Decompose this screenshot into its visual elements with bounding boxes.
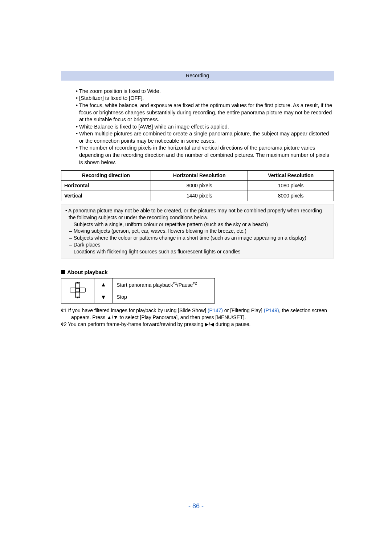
playback-desc: Stop xyxy=(113,291,215,304)
footnote-2: ¢2 You can perform frame-by-frame forwar… xyxy=(61,321,334,328)
caution-item: Locations with flickering light sources … xyxy=(65,248,330,255)
col-header: Recording direction xyxy=(61,171,151,181)
col-header: Vertical Resolution xyxy=(248,171,334,181)
note-item: When multiple pictures are combined to c… xyxy=(75,130,334,144)
cell-h-res: 1440 pixels xyxy=(151,191,248,201)
caution-item: Subjects where the colour or patterns ch… xyxy=(65,235,330,241)
resolution-table: Recording direction Horizontal Resolutio… xyxy=(61,170,334,201)
note-item: White Balance is fixed to [AWB] while an… xyxy=(75,123,334,131)
notes-list: The zoom position is fixed to Wide. [Sta… xyxy=(61,88,334,166)
footnote-text: ¢1 If you have filtered images for playb… xyxy=(61,307,208,313)
down-arrow-icon: ▼ xyxy=(94,291,113,304)
caution-box: A panorama picture may not be able to be… xyxy=(61,204,334,258)
dpad-icon xyxy=(69,281,86,299)
page-link[interactable]: (P149) xyxy=(264,307,279,313)
section-header-band: Recording xyxy=(61,71,334,81)
heading-text: About playback xyxy=(67,269,108,275)
dpad-cell xyxy=(61,278,94,304)
table-row: Horizontal 8000 pixels 1080 pixels xyxy=(61,180,334,191)
svg-rect-2 xyxy=(76,288,79,292)
note-item: The zoom position is fixed to Wide. xyxy=(75,88,334,95)
desc-text: /Pause xyxy=(177,282,193,288)
footnote-ref: ¢2 xyxy=(193,281,197,285)
footnotes: ¢1 If you have filtered images for playb… xyxy=(61,307,334,328)
page: Recording The zoom position is fixed to … xyxy=(0,0,392,554)
note-item: The focus, white balance, and exposure a… xyxy=(75,102,334,123)
footnote-text: or [Filtering Play] xyxy=(223,307,264,313)
page-number: - 86 - xyxy=(0,502,392,510)
square-bullet-icon xyxy=(61,270,65,274)
cell-direction: Vertical xyxy=(61,191,151,201)
cell-v-res: 1080 pixels xyxy=(248,180,334,191)
caution-item: Dark places xyxy=(65,241,330,248)
caution-lead: A panorama picture may not be able to be… xyxy=(65,207,330,221)
playback-desc: Start panorama playback¢1/Pause¢2 xyxy=(113,278,215,291)
table-header-row: Recording direction Horizontal Resolutio… xyxy=(61,171,334,181)
page-link[interactable]: (P147) xyxy=(208,307,223,313)
cell-direction: Horizontal xyxy=(61,180,151,191)
col-header: Horizontal Resolution xyxy=(151,171,248,181)
desc-text: Start panorama playback xyxy=(117,282,173,288)
up-arrow-icon: ▲ xyxy=(94,278,113,291)
cell-h-res: 8000 pixels xyxy=(151,180,248,191)
playback-table: ▲ Start panorama playback¢1/Pause¢2 ▼ St… xyxy=(61,278,215,304)
footnote-ref: ¢1 xyxy=(173,281,177,285)
about-playback-heading: About playback xyxy=(61,269,334,276)
caution-item: Subjects with a single, uniform colour o… xyxy=(65,221,330,228)
cell-v-res: 8000 pixels xyxy=(248,191,334,201)
note-item: The number of recording pixels in the ho… xyxy=(75,144,334,166)
note-item: [Stabilizer] is fixed to [OFF]. xyxy=(75,95,334,102)
caution-item: Moving subjects (person, pet, car, waves… xyxy=(65,228,330,235)
table-row: Vertical 1440 pixels 8000 pixels xyxy=(61,191,334,201)
table-row: ▲ Start panorama playback¢1/Pause¢2 xyxy=(61,278,215,291)
footnote-1: ¢1 If you have filtered images for playb… xyxy=(61,307,334,321)
